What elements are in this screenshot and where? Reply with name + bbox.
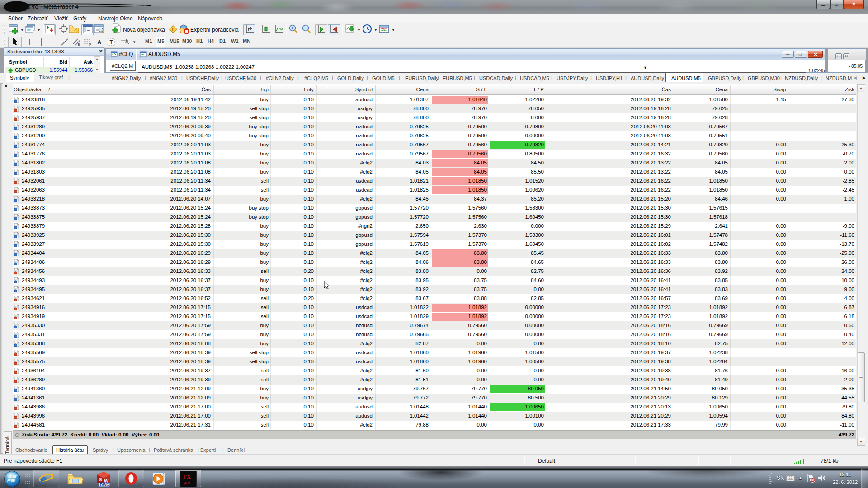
svg-text:FX: FX [183,473,191,480]
svg-text:e: e [40,471,47,486]
svg-text:pro: pro [184,479,190,485]
svg-text:!: ! [172,27,174,32]
svg-text:S: S [99,477,102,482]
svg-text:F: F [89,42,91,46]
svg-text:DWG: DWG [100,483,109,487]
svg-text:T: T [110,39,113,45]
svg-text:E: E [78,42,80,46]
